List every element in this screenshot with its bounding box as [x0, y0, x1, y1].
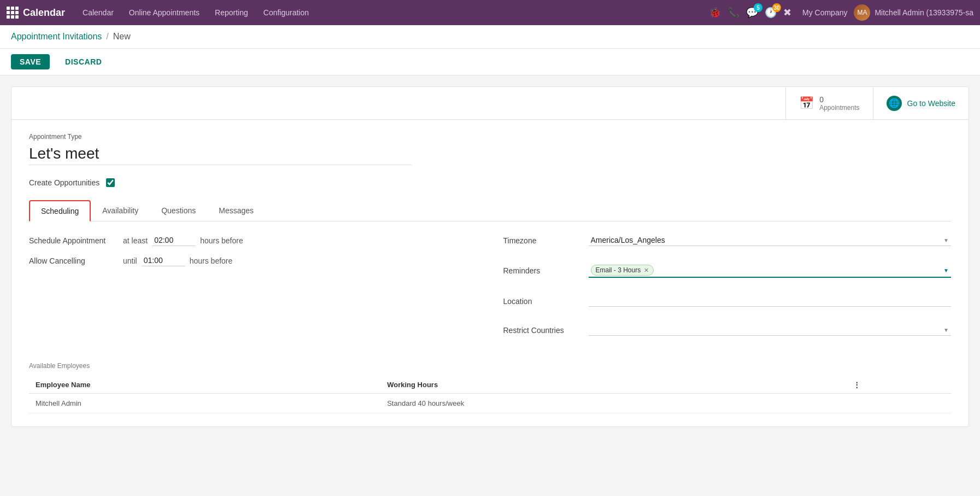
- restrict-select[interactable]: [589, 324, 952, 335]
- col-employee-name: Employee Name: [29, 376, 380, 394]
- cancel-value-input[interactable]: [142, 255, 185, 266]
- schedule-prefix: at least: [123, 236, 148, 245]
- reminder-chip: Email - 3 Hours ✕: [591, 265, 654, 276]
- schedule-label: Schedule Appointment: [29, 236, 116, 245]
- tab-messages[interactable]: Messages: [207, 200, 265, 221]
- app-logo[interactable]: Calendar: [7, 7, 65, 19]
- employee-name: Mitchell Admin: [29, 394, 380, 413]
- reminders-row: Reminders Email - 3 Hours ✕ ▼: [503, 264, 952, 278]
- nav-item-reporting[interactable]: Reporting: [208, 6, 255, 19]
- reminder-chip-remove[interactable]: ✕: [644, 267, 649, 274]
- stat-count: 0: [819, 95, 859, 104]
- employees-section-title: Available Employees: [29, 362, 951, 370]
- allow-cancelling-row: Allow Cancelling until hours before: [29, 255, 477, 266]
- grid-icon: [7, 7, 19, 19]
- table-options[interactable]: ⋮: [847, 376, 951, 394]
- reminders-label: Reminders: [503, 266, 580, 275]
- right-fields: Timezone America/Los_Angeles ▼: [503, 235, 952, 345]
- settings-icon-btn[interactable]: ✖: [783, 7, 791, 19]
- restrict-select-wrapper[interactable]: ▼: [589, 324, 952, 336]
- nav-item-calendar[interactable]: Calendar: [76, 6, 120, 19]
- cancel-inline: until hours before: [123, 255, 477, 266]
- reminders-value: Email - 3 Hours ✕ ▼: [589, 264, 952, 278]
- cancel-prefix: until: [123, 256, 137, 265]
- form-card: 📅 0 Appointments 🌐 Go to Website Appoint…: [11, 86, 969, 427]
- card-top-bar: 📅 0 Appointments 🌐 Go to Website: [11, 87, 969, 120]
- company-name[interactable]: My Company: [802, 8, 847, 17]
- create-opportunities-label: Create Opportunities: [29, 178, 99, 187]
- chat-icon-btn[interactable]: 💬 5: [746, 7, 758, 19]
- discard-button[interactable]: DISCARD: [56, 54, 110, 69]
- col-working-hours: Working Hours: [380, 376, 847, 394]
- bug-icon-btn[interactable]: 🐞: [709, 7, 721, 19]
- breadcrumb-separator: /: [106, 32, 108, 42]
- schedule-inline: at least hours before: [123, 235, 477, 246]
- employee-hours: Standard 40 hours/week: [380, 394, 847, 413]
- go-to-website-button[interactable]: 🌐 Go to Website: [873, 87, 969, 119]
- action-bar: SAVE DISCARD: [0, 49, 980, 75]
- breadcrumb-current: New: [113, 32, 131, 42]
- restrict-countries-row: Restrict Countries ▼: [503, 324, 952, 336]
- timezone-row: Timezone America/Los_Angeles ▼: [503, 235, 952, 246]
- cancel-label: Allow Cancelling: [29, 256, 116, 265]
- breadcrumb: Appointment Invitations / New: [0, 25, 980, 49]
- location-row: Location: [503, 295, 952, 307]
- scheduling-content: Schedule Appointment at least hours befo…: [29, 235, 951, 345]
- user-menu[interactable]: MA Mitchell Admin (13933975-sa: [854, 4, 973, 21]
- employees-table: Employee Name Working Hours ⋮ Mitchell A…: [29, 376, 951, 413]
- app-name: Calendar: [23, 7, 65, 19]
- nav-icons: 🐞 📞 💬 5 🕐 30 ✖ My Company MA Mitchell Ad…: [709, 4, 973, 21]
- schedule-value-input[interactable]: [152, 235, 196, 246]
- location-value: [589, 295, 952, 307]
- timezone-select-wrapper[interactable]: America/Los_Angeles ▼: [589, 235, 952, 246]
- save-button[interactable]: SAVE: [11, 54, 50, 69]
- card-top-main: [11, 87, 785, 119]
- restrict-countries-label: Restrict Countries: [503, 326, 580, 335]
- clock-icon-btn[interactable]: 🕐 30: [765, 7, 777, 19]
- website-btn-label: Go to Website: [907, 99, 955, 108]
- reminders-dropdown-arrow[interactable]: ▼: [943, 267, 949, 273]
- timezone-value: America/Los_Angeles ▼: [589, 235, 952, 246]
- employees-section: Available Employees Employee Name Workin…: [29, 362, 951, 413]
- schedule-suffix: hours before: [200, 236, 243, 245]
- stat-info: 0 Appointments: [819, 95, 859, 112]
- appointments-stat-button[interactable]: 📅 0 Appointments: [785, 87, 872, 119]
- reminder-chip-label: Email - 3 Hours: [596, 266, 641, 274]
- create-opportunities-checkbox[interactable]: [106, 178, 115, 187]
- nav-item-online-appointments[interactable]: Online Appointments: [122, 6, 206, 19]
- card-body: Appointment Type Create Opportunities Sc…: [11, 120, 969, 427]
- form-tabs: Scheduling Availability Questions Messag…: [29, 200, 951, 221]
- timezone-label: Timezone: [503, 236, 580, 245]
- create-opportunities-row: Create Opportunities: [29, 178, 951, 187]
- globe-icon: 🌐: [887, 96, 902, 111]
- location-label: Location: [503, 297, 580, 306]
- clock-badge: 30: [772, 3, 781, 12]
- restrict-countries-value: ▼: [589, 324, 952, 336]
- reminders-tag-field[interactable]: Email - 3 Hours ✕ ▼: [589, 264, 952, 278]
- appointment-name-input[interactable]: [29, 143, 412, 165]
- timezone-select[interactable]: America/Los_Angeles: [589, 235, 952, 246]
- tab-scheduling[interactable]: Scheduling: [29, 200, 91, 221]
- top-navigation: Calendar Calendar Online Appointments Re…: [0, 0, 980, 25]
- cancel-suffix: hours before: [190, 256, 233, 265]
- table-row: Mitchell Admin Standard 40 hours/week: [29, 394, 951, 413]
- user-name: Mitchell Admin (13933975-sa: [875, 8, 973, 17]
- breadcrumb-link[interactable]: Appointment Invitations: [11, 32, 102, 42]
- location-input[interactable]: [589, 295, 952, 307]
- appointment-type-label: Appointment Type: [29, 133, 951, 141]
- main-content: 📅 0 Appointments 🌐 Go to Website Appoint…: [0, 75, 980, 438]
- avatar: MA: [854, 4, 870, 21]
- tab-questions[interactable]: Questions: [150, 200, 207, 221]
- chat-badge: 5: [754, 3, 762, 12]
- left-fields: Schedule Appointment at least hours befo…: [29, 235, 477, 345]
- stat-label: Appointments: [819, 104, 859, 112]
- tab-availability[interactable]: Availability: [91, 200, 150, 221]
- schedule-appointment-row: Schedule Appointment at least hours befo…: [29, 235, 477, 246]
- calendar-icon: 📅: [799, 96, 814, 110]
- nav-item-configuration[interactable]: Configuration: [257, 6, 315, 19]
- phone-icon-btn[interactable]: 📞: [727, 7, 740, 19]
